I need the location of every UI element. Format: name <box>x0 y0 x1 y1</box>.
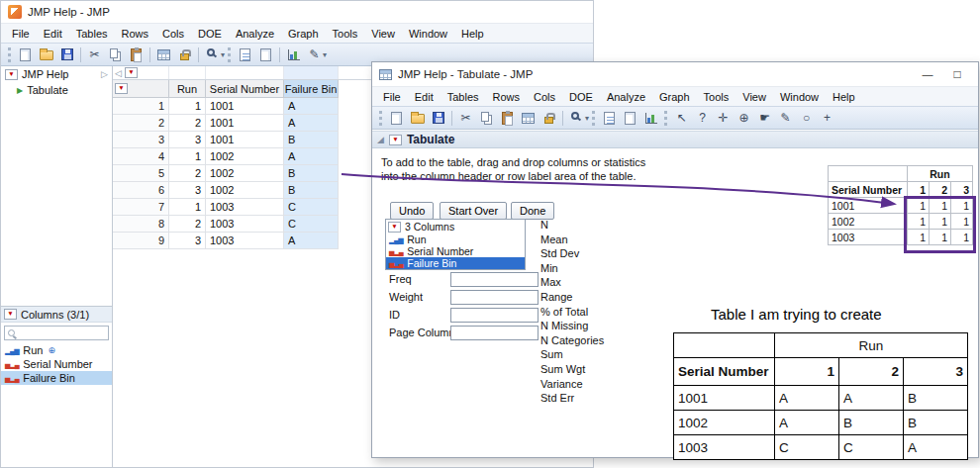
list-item-failure-bin[interactable]: ▅▂▄ Failure Bin <box>386 257 525 269</box>
result-cell[interactable]: 1 <box>930 230 951 245</box>
cell-failure-bin[interactable]: C <box>284 199 339 216</box>
start-over-button[interactable]: Start Over <box>440 202 507 220</box>
hide-panel-icon[interactable]: ◁ <box>115 68 122 78</box>
menu-graph[interactable]: Graph <box>652 88 697 106</box>
menu-cols[interactable]: Cols <box>155 25 191 43</box>
statistic-item[interactable]: Variance <box>540 378 639 393</box>
cell-run[interactable]: 2 <box>169 165 206 182</box>
result-cell[interactable]: 1 <box>951 198 973 214</box>
new-data-table-button[interactable] <box>16 46 35 64</box>
list-item-run[interactable]: ▂▄▆ Run <box>386 234 525 245</box>
rows-menu-icon[interactable]: ▼ <box>115 83 128 94</box>
menu-tables[interactable]: Tables <box>69 25 115 43</box>
result-col-label[interactable]: 3 <box>951 182 973 198</box>
cell-serial-number[interactable]: 1003 <box>206 199 284 216</box>
graph-builder-button[interactable] <box>284 46 303 64</box>
zoom-plus-tool-button[interactable]: ⊕ <box>735 109 753 128</box>
menu-view[interactable]: View <box>364 25 402 43</box>
open-button[interactable] <box>37 46 55 64</box>
menu-doe[interactable]: DOE <box>191 25 229 43</box>
menu-tables[interactable]: Tables <box>441 88 486 106</box>
cell-serial-number[interactable]: 1002 <box>206 182 284 199</box>
red-triangle-icon[interactable]: ▼ <box>4 309 17 320</box>
cell-failure-bin[interactable]: A <box>284 98 339 115</box>
statistic-item[interactable]: N Categories <box>540 334 639 349</box>
zoom-button[interactable] <box>203 46 222 64</box>
row-number[interactable]: 4 <box>113 148 169 165</box>
sidebar-item-tabulate[interactable]: ▶ Tabulate <box>1 82 112 98</box>
minimize-button[interactable]: — <box>915 65 940 83</box>
row-number[interactable]: 2 <box>113 115 169 132</box>
cell-serial-number[interactable]: 1002 <box>206 165 284 182</box>
new-journal-button[interactable] <box>600 109 619 128</box>
statistic-item[interactable]: Std Dev <box>540 247 639 262</box>
zoom-button[interactable] <box>567 109 586 128</box>
statistic-item[interactable]: Max <box>540 276 639 291</box>
outline-collapse-icon[interactable]: ◢ <box>377 135 384 144</box>
grabber-tool-button[interactable]: ☛ <box>755 109 774 128</box>
cell-run[interactable]: 1 <box>169 199 206 216</box>
statistic-item[interactable]: N Missing <box>540 320 639 334</box>
menu-edit[interactable]: Edit <box>408 88 441 106</box>
menu-view[interactable]: View <box>735 88 773 106</box>
done-button[interactable]: Done <box>511 202 554 220</box>
result-cell[interactable]: 1 <box>930 198 951 214</box>
row-number[interactable]: 3 <box>113 132 169 148</box>
cut-button[interactable]: ✂ <box>456 109 475 128</box>
menu-rows[interactable]: Rows <box>486 88 528 106</box>
caret-down-icon[interactable]: ▾ <box>221 50 225 59</box>
row-number[interactable]: 7 <box>113 199 169 216</box>
cell-failure-bin[interactable]: A <box>284 233 339 249</box>
result-col-label[interactable]: 1 <box>908 182 930 198</box>
lock-button[interactable] <box>539 109 558 128</box>
statistic-item[interactable]: Mean <box>540 234 639 248</box>
crosshair-tool-button[interactable]: ✛ <box>714 109 733 128</box>
cell-run[interactable]: 3 <box>169 182 206 199</box>
red-triangle-icon[interactable]: ▼ <box>388 222 401 233</box>
new-journal-button[interactable] <box>236 46 254 64</box>
cell-run[interactable]: 1 <box>169 98 206 115</box>
freq-input[interactable] <box>450 272 539 287</box>
id-input[interactable] <box>450 308 539 323</box>
column-header-serial-number[interactable]: Serial Number <box>206 80 284 98</box>
chart-button[interactable] <box>641 109 660 128</box>
cell-serial-number[interactable]: 1001 <box>206 115 284 132</box>
layout-button[interactable] <box>256 46 275 64</box>
cut-button[interactable]: ✂ <box>85 46 104 64</box>
data-grid-button[interactable] <box>154 46 173 64</box>
menu-edit[interactable]: Edit <box>37 25 69 43</box>
statistic-item[interactable]: N <box>540 219 639 234</box>
column-header-failure-bin[interactable]: Failure Bin <box>284 80 339 98</box>
cell-run[interactable]: 3 <box>169 233 206 249</box>
undo-button[interactable]: Undo <box>390 202 434 220</box>
menu-help[interactable]: Help <box>826 88 862 106</box>
cell-run[interactable]: 2 <box>169 216 206 233</box>
menu-tools[interactable]: Tools <box>326 25 365 43</box>
result-cell[interactable]: 1 <box>908 230 930 245</box>
sidebar-item-jmp-help[interactable]: ▼ JMP Help ▷ <box>1 66 112 82</box>
paste-button[interactable] <box>127 46 146 64</box>
statistic-item[interactable]: Sum Wgt <box>540 363 639 378</box>
cell-run[interactable]: 3 <box>169 132 206 148</box>
statistic-item[interactable]: Range <box>540 291 639 306</box>
menu-help[interactable]: Help <box>454 25 491 43</box>
report-button[interactable] <box>621 109 639 128</box>
menu-file[interactable]: File <box>5 25 37 43</box>
brush-tool-button[interactable]: ✎ <box>776 109 795 128</box>
plus-tool-button[interactable]: + <box>818 109 836 128</box>
menu-graph[interactable]: Graph <box>281 25 326 43</box>
toolbar-grip[interactable] <box>379 111 383 126</box>
row-number[interactable]: 5 <box>113 165 169 182</box>
toolbar-grip[interactable] <box>664 111 668 126</box>
toolbar-grip[interactable] <box>592 111 596 126</box>
paste-button[interactable] <box>498 109 517 128</box>
result-cell[interactable]: 1 <box>930 214 951 230</box>
result-col-group-label[interactable]: Run <box>908 166 973 182</box>
column-search-input[interactable] <box>5 327 108 339</box>
red-triangle-icon[interactable]: ▼ <box>389 135 402 145</box>
caret-down-icon[interactable]: ▾ <box>585 114 589 123</box>
cell-failure-bin[interactable]: C <box>284 216 339 233</box>
annotate-button[interactable]: ✎ <box>305 46 324 64</box>
menu-window[interactable]: Window <box>773 88 826 106</box>
row-number[interactable]: 9 <box>113 233 169 249</box>
